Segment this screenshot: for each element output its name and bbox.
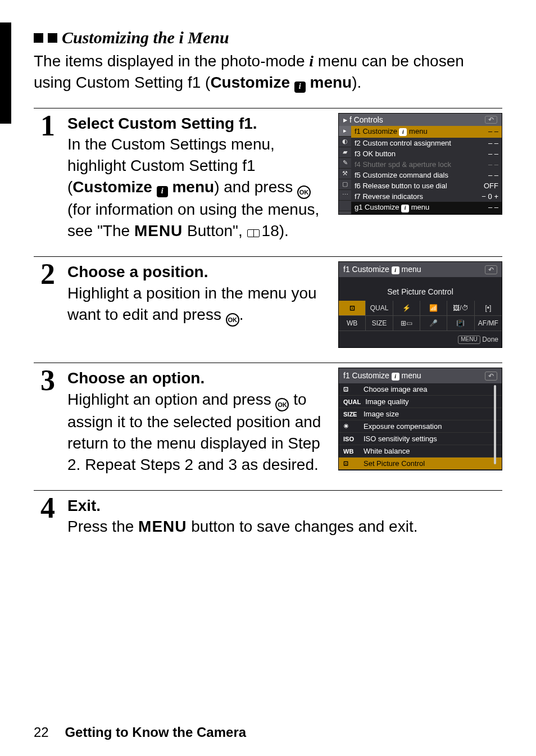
step-text: ) and press (214, 178, 297, 196)
step-bold: menu (168, 178, 214, 196)
step-text: Press the (67, 518, 138, 535)
panel-title: f1 Customize (343, 265, 392, 274)
heading-prefix: Customizing the (62, 28, 175, 47)
grid-cell: ⊡ (339, 301, 366, 316)
heading-suffix: Menu (188, 28, 229, 47)
panel-title: menu (399, 371, 421, 380)
option-row: WBWhite balance (339, 445, 502, 458)
grid-cell: [•] (475, 301, 502, 316)
grid-cell: ⚡ (393, 301, 420, 316)
i-badge-white-icon: i (392, 373, 399, 381)
menu-row: f5 Customize command dials– – (351, 170, 502, 180)
controls-menu-screenshot: ▸ f Controls ↶ ▸◐▰✎⚒▢⋯ f1 Customize i me… (338, 113, 502, 215)
step-number: 3 (34, 368, 62, 476)
i-badge-icon: i (294, 82, 306, 93)
grid-cell: 📶 (420, 301, 447, 316)
step-text: Highlight an option and press (67, 391, 275, 408)
i-badge-icon: i (157, 186, 168, 197)
done-label: Done (482, 336, 498, 344)
option-row: ⊡Set Picture Control (339, 458, 502, 470)
intro-bold: Customize (210, 74, 294, 91)
i-glyph-icon: i (309, 52, 314, 70)
option-row: ⊡Choose image area (339, 383, 502, 396)
step-title: Exit. (67, 497, 101, 514)
intro-text: ). (352, 74, 361, 91)
step-number: 2 (34, 261, 62, 348)
step-text: Highlight a position in the menu you wan… (67, 284, 317, 323)
grid-cell: QUAL (366, 301, 393, 316)
back-icon: ↶ (485, 116, 497, 124)
step-number: 1 (34, 113, 62, 242)
menu-row: f1 Customize i menu– – (351, 126, 502, 138)
intro-paragraph: The items displayed in the photo-mode i … (34, 51, 502, 93)
step-title: Choose an option. (67, 369, 205, 387)
step-title: Choose a position. (67, 263, 208, 280)
i-badge-white-icon: i (392, 266, 399, 274)
step-text: . (239, 306, 244, 323)
option-row: QUALImage quality (339, 396, 502, 408)
menu-row: f6 Release button to use dialOFF (351, 180, 502, 191)
i-glyph-icon: i (179, 28, 183, 47)
section-heading: Customizing the i Menu (34, 28, 502, 47)
grid-cell: SIZE (366, 316, 393, 331)
menu-row: f7 Reverse indicators− 0 + (351, 191, 502, 202)
scrollbar-icon (494, 385, 496, 464)
step-2: 2 Choose a position. Highlight a positio… (34, 256, 502, 348)
intro-text: The items displayed in the photo-mode (34, 52, 309, 70)
menu-row: f4 Shutter spd & aperture lock– – (351, 159, 502, 170)
panel-subtitle: Set Picture Control (339, 277, 502, 301)
step-1: 1 Select Custom Setting f1. In the Custo… (34, 108, 502, 242)
panel-title: menu (399, 265, 421, 274)
menu-foot-row: g1 Customize i menu– – (351, 202, 502, 214)
menu-word: MENU (138, 518, 187, 535)
ok-button-icon: OK (275, 398, 289, 411)
intro-bold: menu (306, 74, 352, 91)
grid-cell: 🖼/⏱ (447, 301, 474, 316)
step-text: Button", (183, 222, 247, 239)
page-number: 22 (34, 725, 49, 740)
menu-word: MENU (134, 222, 183, 239)
page-ref: 18). (262, 222, 289, 239)
grid-cell: 📳 (447, 316, 474, 331)
side-tab (0, 22, 11, 124)
back-icon: ↶ (485, 265, 497, 274)
step-bold: Customize (72, 178, 156, 196)
square-bullet-icon (48, 33, 57, 43)
step-text: button to save changes and exit. (187, 518, 418, 535)
menu-row: f3 OK button– – (351, 148, 502, 159)
grid-cell: AF/MF (475, 316, 502, 331)
menu-pill: MENU (458, 336, 480, 344)
step-number: 4 (34, 495, 62, 538)
option-row: SIZEImage size (339, 408, 502, 420)
square-bullet-icon (34, 33, 43, 43)
grid-cell: ⊞▭ (393, 316, 420, 331)
step-title: Select Custom Setting f1. (67, 115, 257, 132)
grid-cell: WB (339, 316, 366, 331)
customize-menu-screenshot: f1 Customize i menu ↶ Set Picture Contro… (338, 261, 502, 348)
grid-cell: 🎤 (420, 316, 447, 331)
back-icon: ↶ (485, 372, 497, 381)
panel-title: f Controls (349, 115, 383, 124)
menu-row: f2 Custom control assignment– – (351, 138, 502, 148)
page-footer: 22 Getting to Know the Camera (34, 725, 246, 740)
menu-tab-column: ▸◐▰✎⚒▢⋯ (339, 126, 351, 214)
step-4: 4 Exit. Press the MENU button to save ch… (34, 490, 502, 538)
step-3: 3 Choose an option. Highlight an option … (34, 363, 502, 476)
option-row: ISOISO sensitivity settings (339, 433, 502, 445)
section-name: Getting to Know the Camera (65, 725, 246, 740)
book-ref-icon (247, 229, 260, 237)
ok-button-icon: OK (226, 313, 239, 327)
panel-title: f1 Customize (343, 371, 392, 380)
option-row: ☀Exposure compensation (339, 420, 502, 433)
option-list-screenshot: f1 Customize i menu ↶ ⊡Choose image area… (338, 368, 502, 470)
ok-button-icon: OK (297, 185, 311, 199)
